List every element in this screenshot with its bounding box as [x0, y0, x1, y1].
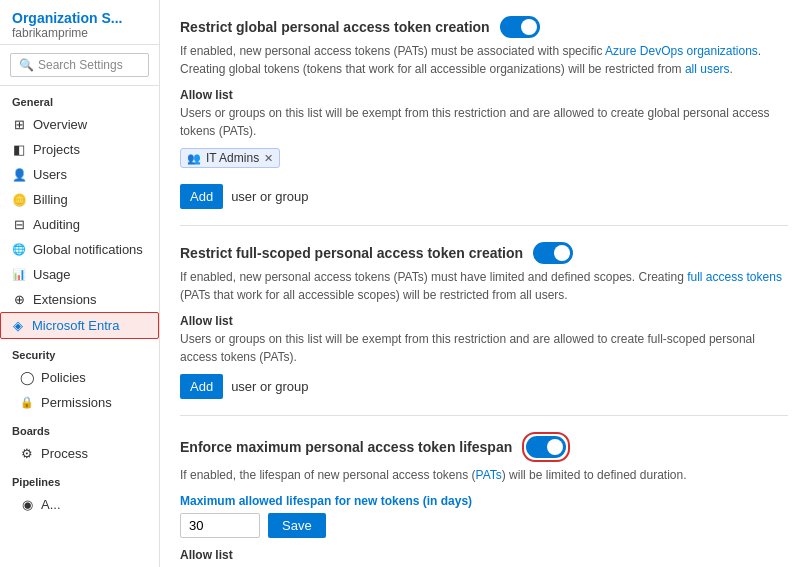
sidebar-item-label: Overview [33, 117, 87, 132]
sidebar-item-global-notifications[interactable]: 🌐 Global notifications [0, 237, 159, 262]
sidebar-item-label: Users [33, 167, 67, 182]
restrict-full-scope-pat-block: Restrict full-scoped personal access tok… [180, 226, 788, 416]
section-security: Security ◯ Policies 🔒 Permissions [0, 339, 159, 415]
search-placeholder: Search Settings [38, 58, 123, 72]
section-pipelines: Pipelines ◉ A... [0, 466, 159, 517]
restrict-full-scope-pat-title: Restrict full-scoped personal access tok… [180, 242, 788, 264]
section-boards: Boards ⚙ Process [0, 415, 159, 466]
users-icon: 👤 [12, 168, 26, 182]
sidebar-item-label: Microsoft Entra [32, 318, 119, 333]
extensions-icon: ⊕ [12, 293, 26, 307]
agent-icon: ◉ [20, 498, 34, 512]
lifespan-label: Maximum allowed lifespan for new tokens … [180, 494, 788, 508]
sidebar-item-overview[interactable]: ⊞ Overview [0, 112, 159, 137]
sidebar-item-label: A... [41, 497, 61, 512]
allow-list-desc-1: Users or groups on this list will be exe… [180, 104, 788, 140]
restrict-global-pat-title: Restrict global personal access token cr… [180, 16, 788, 38]
sidebar-item-billing[interactable]: 🪙 Billing [0, 187, 159, 212]
restrict-global-pat-desc: If enabled, new personal access tokens (… [180, 42, 788, 78]
restrict-global-pat-block: Restrict global personal access token cr… [180, 0, 788, 226]
enforce-lifespan-toggle-wrapper [522, 432, 570, 462]
usage-icon: 📊 [12, 268, 26, 282]
enforce-lifespan-desc: If enabled, the lifespan of new personal… [180, 466, 788, 484]
search-icon: 🔍 [19, 58, 34, 72]
policies-icon: ◯ [20, 371, 34, 385]
add-label-1: user or group [223, 184, 316, 209]
allow-list-desc-2: Users or groups on this list will be exe… [180, 330, 788, 366]
add-label-2: user or group [223, 374, 316, 399]
entra-icon: ◈ [11, 319, 25, 333]
org-subtitle: fabrikamprime [12, 26, 147, 40]
sidebar-item-label: Permissions [41, 395, 112, 410]
sidebar-item-users[interactable]: 👤 Users [0, 162, 159, 187]
section-label-boards: Boards [0, 415, 159, 441]
enforce-lifespan-block: Enforce maximum personal access token li… [180, 416, 788, 567]
enforce-lifespan-toggle[interactable] [526, 436, 566, 458]
overview-icon: ⊞ [12, 118, 26, 132]
chip-label: IT Admins [206, 151, 259, 165]
section-label-security: Security [0, 339, 159, 365]
save-button[interactable]: Save [268, 513, 326, 538]
sidebar-item-usage[interactable]: 📊 Usage [0, 262, 159, 287]
lifespan-input-row: Save [180, 513, 788, 538]
add-user-group-button-1[interactable]: Add [180, 184, 223, 209]
projects-icon: ◧ [12, 143, 26, 157]
add-user-group-button-2[interactable]: Add [180, 374, 223, 399]
it-admins-chip[interactable]: 👥 IT Admins ✕ [180, 148, 280, 168]
sidebar-item-extensions[interactable]: ⊕ Extensions [0, 287, 159, 312]
section-label-pipelines: Pipelines [0, 466, 159, 492]
sidebar-item-label: Projects [33, 142, 80, 157]
process-icon: ⚙ [20, 447, 34, 461]
main-content: Restrict global personal access token cr… [160, 0, 808, 567]
sidebar: Organization S... fabrikamprime 🔍 Search… [0, 0, 160, 567]
tag-row-1: 👥 IT Admins ✕ [180, 148, 788, 176]
group-icon: 👥 [187, 152, 201, 165]
sidebar-item-projects[interactable]: ◧ Projects [0, 137, 159, 162]
org-title: Organization S... [12, 10, 147, 26]
billing-icon: 🪙 [12, 193, 26, 207]
global-notif-icon: 🌐 [12, 243, 26, 257]
restrict-global-pat-toggle[interactable] [500, 16, 540, 38]
sidebar-item-label: Policies [41, 370, 86, 385]
lifespan-input[interactable] [180, 513, 260, 538]
allow-list-label-2: Allow list [180, 314, 788, 328]
section-label-general: General [0, 86, 159, 112]
sidebar-item-label: Auditing [33, 217, 80, 232]
sidebar-item-label: Extensions [33, 292, 97, 307]
add-row-2: Add user or group [180, 374, 788, 399]
sidebar-org-header: Organization S... fabrikamprime [0, 0, 159, 45]
sidebar-item-label: Global notifications [33, 242, 143, 257]
sidebar-item-permissions[interactable]: 🔒 Permissions [0, 390, 159, 415]
sidebar-item-policies[interactable]: ◯ Policies [0, 365, 159, 390]
permissions-icon: 🔒 [20, 396, 34, 410]
enforce-lifespan-title: Enforce maximum personal access token li… [180, 432, 788, 462]
sidebar-item-microsoft-entra[interactable]: ◈ Microsoft Entra [0, 312, 159, 339]
restrict-full-scope-pat-desc: If enabled, new personal access tokens (… [180, 268, 788, 304]
allow-list-label-3: Allow list [180, 548, 788, 562]
sidebar-search-container[interactable]: 🔍 Search Settings [0, 45, 159, 86]
auditing-icon: ⊟ [12, 218, 26, 232]
restrict-full-scope-pat-toggle[interactable] [533, 242, 573, 264]
add-row-1: Add user or group [180, 184, 788, 209]
sidebar-item-label: Billing [33, 192, 68, 207]
chip-close-icon[interactable]: ✕ [264, 152, 273, 165]
allow-list-label-1: Allow list [180, 88, 788, 102]
search-input-wrapper[interactable]: 🔍 Search Settings [10, 53, 149, 77]
sidebar-item-auditing[interactable]: ⊟ Auditing [0, 212, 159, 237]
section-general: General ⊞ Overview ◧ Projects 👤 Users 🪙 … [0, 86, 159, 339]
sidebar-item-label: Usage [33, 267, 71, 282]
sidebar-item-process[interactable]: ⚙ Process [0, 441, 159, 466]
sidebar-item-agent-pools[interactable]: ◉ A... [0, 492, 159, 517]
sidebar-item-label: Process [41, 446, 88, 461]
